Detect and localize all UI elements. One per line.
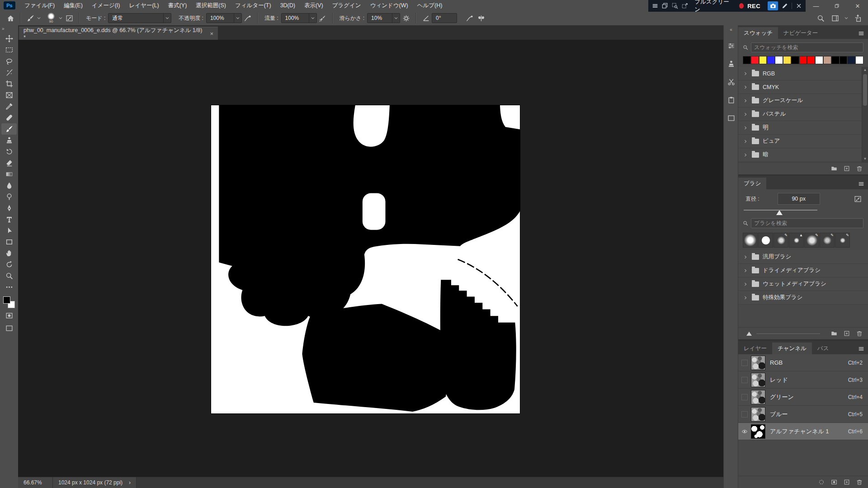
tab-brushes[interactable]: ブラシ bbox=[738, 178, 766, 189]
tab-close-icon[interactable]: × bbox=[210, 30, 213, 37]
menu-filter[interactable]: フィルター(T) bbox=[231, 0, 276, 11]
diameter-slider[interactable] bbox=[744, 206, 863, 215]
menu-select[interactable]: 選択範囲(S) bbox=[191, 0, 231, 11]
scissors-icon[interactable] bbox=[725, 76, 737, 88]
visibility-toggle[interactable] bbox=[738, 411, 751, 418]
color-swatch[interactable] bbox=[840, 56, 848, 64]
tool-rectangle[interactable] bbox=[1, 236, 17, 248]
scrollbar[interactable]: ▲ ▼ bbox=[862, 67, 868, 162]
size-pressure-icon[interactable] bbox=[463, 12, 475, 24]
brush-group-general[interactable]: 汎用ブラシ bbox=[738, 250, 868, 264]
clone-source-panel-icon[interactable] bbox=[725, 58, 737, 70]
scrollbar-thumb[interactable] bbox=[863, 74, 867, 106]
tool-frame[interactable] bbox=[1, 89, 17, 101]
brush-group-special-effects[interactable]: 特殊効果ブラシ bbox=[738, 291, 868, 305]
toolbar-collapse-chevrons[interactable]: » bbox=[0, 25, 6, 33]
hamburger-menu-icon[interactable] bbox=[652, 2, 658, 9]
tool-zoom[interactable] bbox=[1, 270, 17, 282]
area-zoom-icon[interactable] bbox=[672, 2, 678, 9]
swatch-group-light[interactable]: 明 bbox=[738, 121, 868, 135]
brush-tip-soft-small[interactable]: ▲ bbox=[789, 233, 804, 248]
new-group-folder-icon[interactable] bbox=[831, 165, 837, 172]
tool-hand[interactable] bbox=[1, 248, 17, 259]
tool-gradient[interactable] bbox=[1, 169, 17, 180]
tool-lasso[interactable] bbox=[1, 56, 17, 67]
search-icon[interactable] bbox=[815, 12, 826, 24]
visibility-toggle[interactable] bbox=[738, 394, 751, 400]
color-swatch[interactable] bbox=[847, 56, 855, 64]
menu-layer[interactable]: レイヤー(L) bbox=[125, 0, 164, 11]
new-group-folder-icon[interactable] bbox=[831, 330, 837, 337]
slider-thumb[interactable] bbox=[776, 210, 783, 215]
chevron-down-icon[interactable] bbox=[844, 15, 849, 21]
airbrush-icon[interactable] bbox=[317, 12, 329, 24]
tool-history-brush[interactable] bbox=[1, 146, 17, 157]
swatch-group-cmyk[interactable]: CMYK bbox=[738, 80, 868, 94]
brush-angle-field[interactable]: 0° bbox=[432, 13, 457, 23]
tool-dodge[interactable] bbox=[1, 191, 17, 202]
delete-trash-icon[interactable] bbox=[856, 165, 863, 172]
brush-tip-soft-pressure[interactable]: ✎ bbox=[774, 233, 788, 248]
smoothing-field[interactable]: 10% bbox=[367, 13, 400, 23]
tool-blur[interactable] bbox=[1, 180, 17, 191]
menu-image[interactable]: イメージ(I) bbox=[87, 0, 125, 11]
tool-spot-healing[interactable] bbox=[1, 112, 17, 123]
menu-plugins[interactable]: プラグイン bbox=[328, 0, 366, 11]
color-swatch[interactable] bbox=[807, 56, 815, 64]
chevron-down-icon[interactable] bbox=[309, 14, 316, 23]
tool-brush[interactable] bbox=[1, 123, 17, 135]
swatch-group-grayscale[interactable]: グレースケール bbox=[738, 94, 868, 108]
tool-clone-stamp[interactable] bbox=[1, 135, 17, 146]
home-button[interactable] bbox=[5, 12, 16, 24]
panel-menu-icon[interactable] bbox=[858, 30, 864, 37]
channel-row-green[interactable]: グリーン Ctrl+4 bbox=[738, 389, 868, 406]
menu-help[interactable]: ヘルプ(H) bbox=[413, 0, 447, 11]
channel-row-rgb[interactable]: RGB Ctrl+2 bbox=[738, 354, 868, 371]
tool-path-selection[interactable] bbox=[1, 225, 17, 236]
tool-move[interactable] bbox=[1, 33, 17, 44]
tool-type[interactable] bbox=[1, 214, 17, 225]
eye-icon[interactable] bbox=[738, 428, 751, 435]
swatches-search-input[interactable] bbox=[751, 42, 863, 52]
color-swatch[interactable] bbox=[791, 56, 799, 64]
channel-row-red[interactable]: レッド Ctrl+3 bbox=[738, 371, 868, 389]
chevron-down-icon[interactable] bbox=[58, 15, 63, 21]
tool-rotate-view[interactable] bbox=[1, 259, 17, 270]
panel-menu-icon[interactable] bbox=[858, 346, 864, 352]
brush-tool-preset-icon[interactable] bbox=[24, 12, 36, 24]
pencil-annotate-icon[interactable] bbox=[782, 2, 788, 9]
menu-window[interactable]: ウィンドウ(W) bbox=[366, 0, 413, 11]
swatch-group-pastel[interactable]: パステル bbox=[738, 108, 868, 121]
brush-settings-panel-icon[interactable] bbox=[725, 40, 737, 52]
opacity-pressure-icon[interactable] bbox=[242, 12, 254, 24]
symmetry-icon[interactable] bbox=[475, 12, 487, 24]
status-chevron-icon[interactable]: › bbox=[129, 479, 131, 486]
new-brush-icon[interactable] bbox=[844, 330, 850, 337]
edit-toolbar-button[interactable] bbox=[1, 282, 17, 293]
menu-view[interactable]: 表示(V) bbox=[300, 0, 328, 11]
slider-thumb[interactable] bbox=[746, 332, 752, 336]
brush-tip-soft-large-pen[interactable]: ✎ bbox=[804, 233, 819, 248]
visibility-toggle[interactable] bbox=[738, 377, 751, 383]
menu-edit[interactable]: 編集(E) bbox=[59, 0, 87, 11]
brush-tip-soft-opacity-pen[interactable]: ✎ bbox=[820, 233, 835, 248]
screenshot-camera-button[interactable] bbox=[768, 1, 778, 10]
menu-type[interactable]: 書式(Y) bbox=[164, 0, 192, 11]
swatch-group-rgb[interactable]: RGB bbox=[738, 67, 868, 80]
chevron-down-icon[interactable] bbox=[36, 15, 42, 21]
color-swatch[interactable] bbox=[783, 56, 791, 64]
blend-mode-select[interactable]: 通常 bbox=[108, 13, 171, 23]
chevron-down-icon[interactable] bbox=[163, 14, 171, 23]
new-channel-icon[interactable] bbox=[844, 479, 850, 485]
color-swatch[interactable] bbox=[759, 56, 767, 64]
color-swatch[interactable] bbox=[831, 56, 840, 64]
clipboard-panel-icon[interactable] bbox=[725, 94, 737, 106]
brush-search-input[interactable] bbox=[751, 218, 863, 228]
smoothing-gear-icon[interactable] bbox=[400, 12, 412, 24]
canvas-image[interactable] bbox=[211, 105, 520, 413]
quick-mask-button[interactable] bbox=[1, 310, 17, 321]
visibility-toggle[interactable] bbox=[738, 360, 751, 366]
screen-mode-button[interactable] bbox=[1, 323, 17, 333]
color-swatch[interactable] bbox=[823, 56, 831, 64]
tool-magic-wand[interactable] bbox=[1, 67, 17, 78]
